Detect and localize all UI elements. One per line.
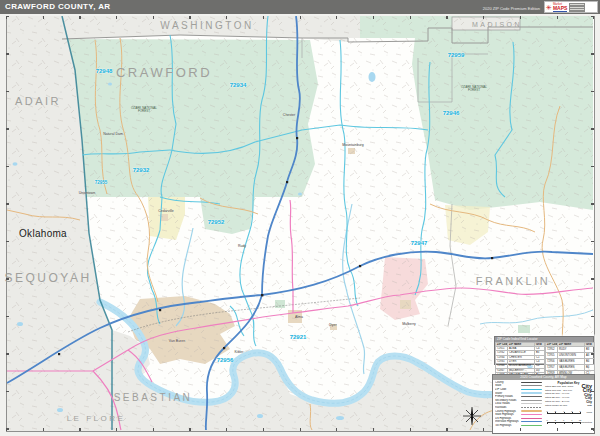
scale-miles-label: Miles — [586, 411, 592, 414]
legend-line-sample — [521, 418, 542, 419]
legend-line-sample — [521, 400, 542, 401]
map-legend-box: 2020 Crawford County, AR Map CountyState… — [492, 374, 595, 434]
legend-line-sample — [521, 407, 542, 408]
zip-index-column-header: ZIP Code — [546, 342, 558, 346]
title-bar: CRAWFORD COUNTY, AR 2020 ZIP Code Premiu… — [0, 0, 600, 14]
logo-main-text: MAPS — [553, 6, 567, 12]
population-key-rows: Cities 250,000 and AboveCityCities 100,0… — [545, 385, 592, 408]
logo-side-badge — [569, 3, 585, 12]
lake — [369, 72, 376, 82]
legend-line-sample — [521, 414, 542, 415]
pond — [17, 322, 23, 326]
logo-star-icon: ✳ — [546, 4, 552, 11]
zip-index-table-right: ZIP CodeZIP NameGrid 72952RUDYB372955UNI… — [545, 342, 595, 378]
pond — [13, 162, 18, 165]
scale-bar-miles: 02468 Miles — [545, 409, 592, 417]
pond — [298, 193, 302, 196]
pond — [257, 414, 263, 418]
scale-bar-kilometers: 036912 Kilometers — [545, 418, 592, 426]
legend-line-sample — [521, 382, 542, 383]
pond — [108, 83, 112, 86]
legend-line-sample — [521, 392, 542, 393]
legend-entries: CountyStateZIP CodeWaterPrimary RoadsSec… — [495, 381, 545, 428]
zip-index-row: 72946MOUNTAINBURGC2 — [496, 364, 545, 368]
legend-entry: Toll Highways — [495, 424, 545, 428]
legend-line-sample — [521, 425, 542, 426]
zip-index-column-header: ZIP Code — [496, 342, 508, 346]
zip-index-row: 72934CHESTERC1 — [496, 355, 545, 359]
pond — [57, 408, 63, 412]
edition-label: 2020 ZIP Code Premium Edition — [483, 6, 540, 11]
zip-index-table-left: ZIP CodeZIP NameGrid 72921ALMAC472932CED… — [495, 342, 545, 378]
compass-rose-icon — [462, 406, 482, 426]
pond — [336, 416, 344, 420]
page-title: CRAWFORD COUNTY, AR — [5, 2, 111, 11]
population-key-row: Cities Under 10,000City — [545, 403, 592, 407]
zip-index-box: ZIP Code Index/Grid Locator ZIP CodeZIP … — [494, 336, 594, 365]
legend-line-sample — [521, 396, 542, 397]
zip-index-row: 72932CEDARVILLEB3 — [496, 351, 545, 355]
legend-line-sample — [521, 385, 542, 386]
legend-line-sample — [521, 421, 542, 422]
scale-km-label: Kilometers — [581, 421, 592, 424]
marketmaps-logo: ✳ Market MAPS — [544, 1, 598, 13]
zip-index-row: 72947MULBERRYD3 — [496, 368, 545, 372]
legend-line-sample — [521, 389, 542, 390]
legend-line-sample — [521, 403, 542, 404]
legend-line-sample — [521, 410, 542, 411]
